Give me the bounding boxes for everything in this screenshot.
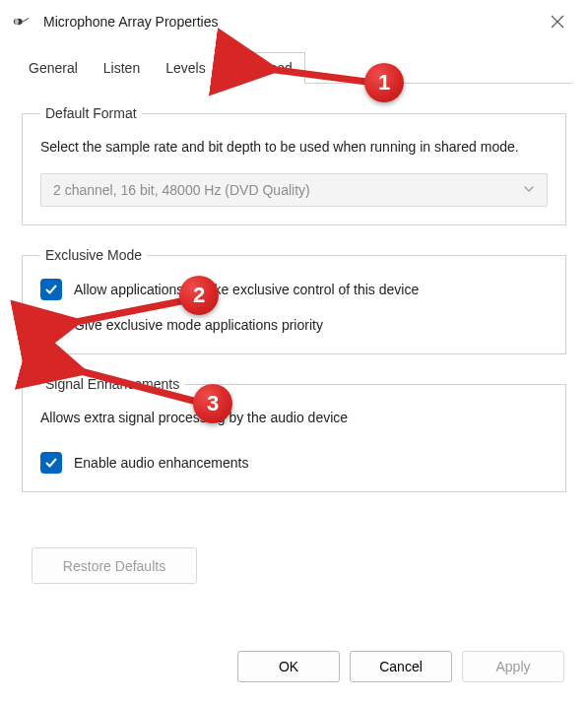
annotation-arrow-2 — [65, 295, 195, 329]
signal-enhancements-description: Allows extra signal processing by the au… — [40, 408, 548, 428]
check-icon — [44, 283, 58, 296]
label-enable-enhancements[interactable]: Enable audio enhancements — [74, 455, 248, 471]
group-default-format: Default Format Select the sample rate an… — [22, 105, 566, 225]
svg-point-1 — [15, 19, 19, 25]
annotation-callout-2: 2 — [179, 276, 219, 315]
svg-line-5 — [71, 299, 191, 323]
annotation-arrow-1 — [262, 61, 378, 89]
check-icon — [44, 318, 58, 332]
legend-default-format: Default Format — [40, 105, 142, 121]
ok-button[interactable]: OK — [237, 651, 340, 682]
chevron-down-icon — [523, 182, 535, 198]
window-title: Microphone Array Properties — [43, 14, 535, 30]
annotation-callout-3: 3 — [193, 384, 232, 423]
legend-exclusive-mode: Exclusive Mode — [40, 247, 147, 263]
default-format-description: Select the sample rate and bit depth to … — [40, 137, 548, 158]
cancel-button[interactable]: Cancel — [350, 651, 452, 682]
annotation-callout-1: 1 — [364, 63, 404, 102]
checkbox-enable-enhancements[interactable] — [40, 452, 62, 474]
svg-line-6 — [77, 370, 197, 402]
apply-button[interactable]: Apply — [462, 651, 564, 682]
format-select-value: 2 channel, 16 bit, 48000 Hz (DVD Quality… — [53, 182, 310, 198]
svg-line-4 — [268, 69, 374, 83]
close-icon — [551, 15, 564, 29]
checkbox-allow-exclusive[interactable] — [40, 279, 62, 300]
tab-listen[interactable]: Listen — [91, 52, 153, 84]
checkbox-give-priority[interactable] — [40, 314, 62, 336]
tab-general[interactable]: General — [16, 52, 91, 84]
check-icon — [44, 456, 58, 470]
tab-levels[interactable]: Levels — [153, 52, 218, 84]
dialog-footer: OK Cancel Apply — [237, 651, 564, 682]
titlebar: Microphone Array Properties — [0, 0, 588, 43]
format-select[interactable]: 2 channel, 16 bit, 48000 Hz (DVD Quality… — [40, 173, 548, 207]
restore-defaults-button[interactable]: Restore Defaults — [32, 547, 197, 584]
close-button[interactable] — [535, 2, 580, 41]
annotation-arrow-3 — [71, 364, 201, 406]
microphone-icon — [12, 15, 30, 29]
